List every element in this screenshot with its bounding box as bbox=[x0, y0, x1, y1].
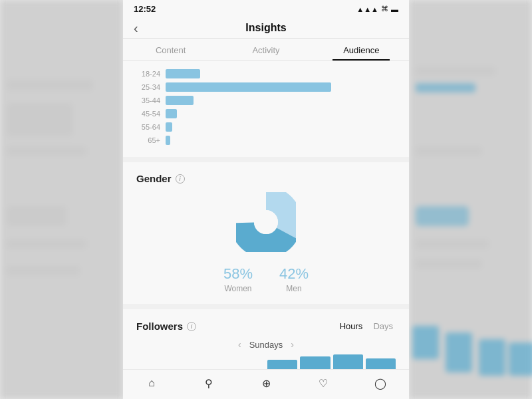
toggle-hours-button[interactable]: Hours bbox=[337, 320, 366, 332]
wifi-icon: ⌘ bbox=[381, 5, 388, 13]
phone-panel: 12:52 ▲▲▲ ⌘ ▬ ‹ Insights Content Activit… bbox=[123, 0, 409, 399]
age-label: 25-34 bbox=[136, 83, 160, 91]
bar-value bbox=[366, 358, 396, 369]
next-day-button[interactable]: › bbox=[291, 339, 294, 350]
add-icon: ⊕ bbox=[262, 377, 271, 390]
age-bar-container bbox=[166, 96, 396, 105]
bar-value bbox=[300, 356, 330, 369]
gender-title: Gender i bbox=[136, 173, 185, 184]
gender-stats: 58% Women 42% Men bbox=[223, 265, 309, 293]
age-label: 55-64 bbox=[136, 123, 160, 131]
men-label: Men bbox=[279, 284, 309, 293]
age-bar-container bbox=[166, 82, 396, 92]
gender-info-icon[interactable]: i bbox=[176, 174, 185, 184]
search-icon: ⚲ bbox=[205, 377, 213, 390]
gender-section: Gender i 58% Women bbox=[123, 162, 409, 309]
age-row-35-44: 35-44 bbox=[136, 96, 396, 105]
men-stat: 42% Men bbox=[279, 265, 309, 293]
bar-6p: 6p bbox=[333, 354, 363, 369]
left-blur-panel bbox=[0, 0, 123, 399]
age-bar bbox=[166, 122, 172, 132]
age-row-18-24: 18-24 bbox=[136, 69, 396, 78]
bar-12p: 12p bbox=[267, 360, 297, 369]
followers-section: Followers i Hours Days ‹ Sundays › 12a bbox=[123, 309, 409, 369]
tabs-bar: Content Activity Audience bbox=[123, 39, 409, 61]
battery-icon: ▬ bbox=[391, 5, 398, 13]
age-label: 18-24 bbox=[136, 70, 160, 78]
age-label: 45-54 bbox=[136, 110, 160, 118]
header: ‹ Insights bbox=[123, 18, 409, 39]
profile-icon: ◯ bbox=[374, 377, 386, 390]
age-row-25-34: 25-34 bbox=[136, 82, 396, 92]
women-label: Women bbox=[223, 284, 253, 293]
status-time: 12:52 bbox=[134, 4, 156, 14]
bottom-nav: ⌂ ⚲ ⊕ ♡ ◯ bbox=[123, 369, 409, 399]
women-stat: 58% Women bbox=[223, 265, 253, 293]
followers-info-icon[interactable]: i bbox=[187, 322, 196, 331]
bar-value bbox=[333, 354, 363, 369]
day-label: Sundays bbox=[249, 340, 283, 350]
age-bar-container bbox=[166, 69, 396, 78]
age-bar bbox=[166, 136, 170, 145]
nav-add-button[interactable]: ⊕ bbox=[258, 375, 274, 391]
svg-point-2 bbox=[254, 210, 278, 234]
gender-pie-chart bbox=[236, 192, 296, 252]
age-row-55-64: 55-64 bbox=[136, 122, 396, 132]
status-icons: ▲▲▲ ⌘ ▬ bbox=[356, 5, 398, 13]
women-percentage: 58% bbox=[223, 265, 253, 283]
back-button[interactable]: ‹ bbox=[134, 21, 138, 36]
right-blur-panel bbox=[409, 0, 532, 399]
toggle-buttons: Hours Days bbox=[337, 320, 396, 332]
heart-icon: ♡ bbox=[319, 377, 328, 390]
bar-9p: 9p bbox=[366, 358, 396, 369]
followers-bar-chart: 12a 3a 6a 9a 12p bbox=[136, 356, 396, 369]
home-icon: ⌂ bbox=[148, 377, 155, 389]
page-title: Insights bbox=[245, 22, 286, 34]
age-bar bbox=[166, 96, 194, 105]
bar-3p: 3p bbox=[300, 356, 330, 369]
nav-home-button[interactable]: ⌂ bbox=[144, 375, 160, 391]
followers-header: Followers i Hours Days bbox=[136, 320, 396, 332]
nav-heart-button[interactable]: ♡ bbox=[315, 375, 331, 391]
pie-chart-container bbox=[236, 192, 296, 255]
toggle-days-button[interactable]: Days bbox=[370, 320, 396, 332]
nav-search-button[interactable]: ⚲ bbox=[201, 375, 217, 391]
tab-content[interactable]: Content bbox=[123, 39, 218, 61]
prev-day-button[interactable]: ‹ bbox=[238, 339, 241, 350]
age-label: 65+ bbox=[136, 136, 160, 144]
signal-icon: ▲▲▲ bbox=[356, 5, 378, 13]
age-row-65plus: 65+ bbox=[136, 136, 396, 145]
age-label: 35-44 bbox=[136, 96, 160, 104]
followers-title: Followers i bbox=[136, 321, 196, 332]
age-bar-container bbox=[166, 122, 396, 132]
content-area: 18-24 25-34 35-44 45-54 bbox=[123, 61, 409, 369]
age-row-45-54: 45-54 bbox=[136, 109, 396, 118]
men-percentage: 42% bbox=[279, 265, 309, 283]
age-bar bbox=[166, 69, 200, 78]
age-bar bbox=[166, 82, 331, 92]
bar-value bbox=[267, 360, 297, 369]
age-bar-container bbox=[166, 136, 396, 145]
age-range-section: 18-24 25-34 35-44 45-54 bbox=[123, 61, 409, 162]
age-bar bbox=[166, 109, 177, 118]
tab-activity[interactable]: Activity bbox=[218, 39, 313, 61]
tab-audience[interactable]: Audience bbox=[314, 39, 409, 61]
status-bar: 12:52 ▲▲▲ ⌘ ▬ bbox=[123, 0, 409, 18]
nav-profile-button[interactable]: ◯ bbox=[372, 375, 388, 391]
age-bar-container bbox=[166, 109, 396, 118]
day-navigation: ‹ Sundays › bbox=[136, 339, 396, 350]
